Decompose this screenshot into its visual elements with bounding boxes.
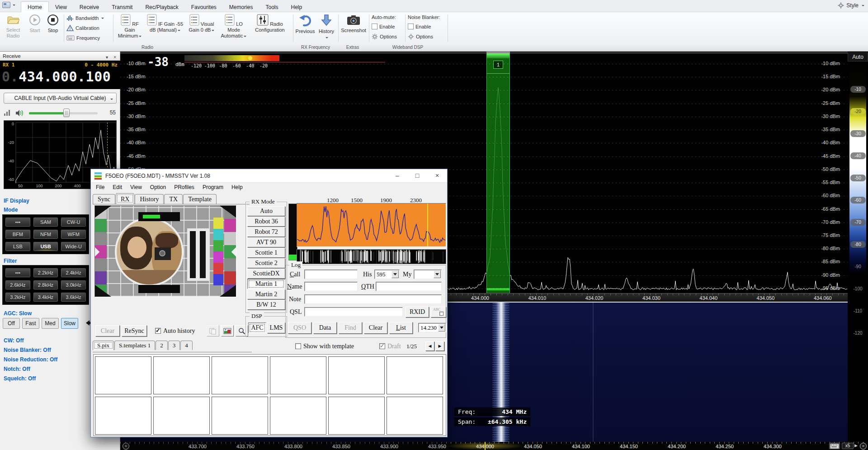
dropdown-button[interactable] <box>392 270 399 278</box>
dsp-lms[interactable]: LMS <box>267 322 285 333</box>
calibration-button[interactable]: Calibration <box>66 24 99 33</box>
legend-auto-button[interactable]: Auto <box>848 52 868 62</box>
rx-mode-martin-1[interactable]: Martin 1 <box>247 279 285 289</box>
audio-device-dropdown[interactable]: CABLE Input (VB-Audio Virtual Cable) <box>4 93 117 104</box>
mmsstv-tab-tx[interactable]: TX <box>164 194 183 204</box>
style-button[interactable]: Style <box>846 2 859 9</box>
name-input[interactable] <box>304 282 358 291</box>
call-input[interactable] <box>304 270 358 279</box>
legend-gradient[interactable] <box>849 62 866 441</box>
ribbon-tab-view[interactable]: View <box>49 2 73 12</box>
rxid-button[interactable]: RXID <box>406 307 429 317</box>
menu-program[interactable]: Program <box>198 183 227 192</box>
start-button[interactable]: Start <box>26 13 43 43</box>
filter-button-2-8khz[interactable]: 2.8kHz <box>33 280 59 290</box>
speaker-icon[interactable] <box>15 109 24 118</box>
log-button-data[interactable]: Data <box>313 322 337 334</box>
previous-button[interactable]: Previous <box>295 13 316 43</box>
rx-mode-auto[interactable]: Auto <box>247 206 285 216</box>
lo-mode-button[interactable]: LO Mode Automatic <box>218 13 249 42</box>
if-gain-button[interactable]: IF Gain -55 dB (Manual) <box>145 13 185 42</box>
template-thumbnail-cell[interactable] <box>212 397 268 435</box>
mmsstv-window[interactable]: F5OEO (F5OEO.MDT) - MMSSTV Ver 1.08 – □ … <box>90 169 448 437</box>
noise-blanker-enable-checkbox[interactable]: Enable <box>408 24 431 29</box>
log-button-qso[interactable]: QSO <box>288 322 311 334</box>
navbar-freq-434-300[interactable]: 434.300 <box>764 444 782 449</box>
frequency-navigation-bar[interactable]: 433.700433.750433.800433.850433.900433.9… <box>120 442 868 450</box>
rx-mode-scottiedx[interactable]: ScottieDX <box>247 269 285 279</box>
mode-button-wfm[interactable]: WFM <box>61 229 86 239</box>
radio-configuration-button[interactable]: Radio Configuration <box>250 13 290 42</box>
ribbon-tab-rec-playback[interactable]: Rec/Playback <box>139 2 184 12</box>
agc-button-off[interactable]: Off <box>3 318 20 329</box>
dsp-afc[interactable]: AFC <box>248 322 266 333</box>
keyboard-entry-button[interactable] <box>829 443 840 449</box>
resync-button[interactable]: ReSync <box>122 325 147 336</box>
maximize-button[interactable]: □ <box>407 169 427 183</box>
copy-button[interactable] <box>207 325 219 336</box>
picture-button[interactable] <box>221 325 234 336</box>
ribbon-tab-help[interactable]: Help <box>285 2 309 12</box>
template-thumbnail-cell[interactable] <box>328 356 385 394</box>
log-button-list[interactable]: List <box>389 322 413 334</box>
note-input[interactable] <box>304 294 442 304</box>
close-button[interactable]: × <box>427 169 447 183</box>
tuned-frequency[interactable]: 0.434.000.100 <box>2 69 111 85</box>
template-thumbnail-cell[interactable] <box>387 356 443 394</box>
ribbon-tab-memories[interactable]: Memories <box>223 2 259 12</box>
screenshot-button[interactable]: Screenshot <box>340 13 367 43</box>
mode-button-lsb[interactable]: LSB <box>5 242 31 251</box>
frequency-button[interactable]: Frequency <box>66 33 100 43</box>
template-thumbnail-cell[interactable] <box>95 397 151 435</box>
rx-mode-scottie-1[interactable]: Scottie 1 <box>247 248 285 258</box>
filter-button-3-2khz[interactable]: 3.2kHz <box>5 292 31 302</box>
menu-help[interactable]: Help <box>227 183 247 192</box>
filter-button-2-4khz[interactable]: 2.4kHz <box>61 268 86 278</box>
rx-channel-band[interactable]: 1 <box>486 53 510 293</box>
zoom-step-button[interactable]: ▶ <box>854 443 858 448</box>
rx-mode-b-w-12[interactable]: B/W 12 <box>247 300 285 310</box>
navbar-freq-434-150[interactable]: 434.150 <box>620 444 638 449</box>
template-thumbnail-cell[interactable] <box>270 397 326 435</box>
auto-mute-enable-checkbox[interactable]: Enable <box>372 24 395 29</box>
window-title-bar[interactable]: F5OEO (F5OEO.MDT) - MMSSTV Ver 1.08 – □ … <box>91 169 447 183</box>
navbar-freq-434-000[interactable]: 434.000 <box>476 444 494 449</box>
auto-history-checkbox[interactable] <box>155 328 161 334</box>
his-report-dropdown[interactable]: 595 <box>374 270 400 279</box>
previous-page-button[interactable]: ◀ <box>425 341 434 351</box>
clear-button[interactable]: Clear <box>95 325 120 336</box>
bandwidth-button[interactable]: Bandwidth <box>66 14 104 23</box>
rx-mode-robot-72[interactable]: Robot 72 <box>247 227 285 237</box>
mmsstv-tab-history[interactable]: History <box>135 194 164 204</box>
filter-button-2-6khz[interactable]: 2.6kHz <box>5 280 31 290</box>
ribbon-tab-tools[interactable]: Tools <box>259 2 285 12</box>
draft-checkbox[interactable] <box>379 343 385 349</box>
template-thumbnail-cell[interactable] <box>387 397 443 435</box>
qth-input[interactable] <box>376 282 442 291</box>
abc-button[interactable]: ABC <box>431 307 446 317</box>
navbar-freq-433-950[interactable]: 433.950 <box>428 444 446 449</box>
if-display-label[interactable]: IF Display <box>4 198 29 204</box>
history-button[interactable]: History <box>316 13 336 43</box>
mmsstv-tab-rx[interactable]: RX <box>116 193 134 204</box>
scroll-right-button[interactable]: » <box>860 443 867 450</box>
pictures-tab-4[interactable]: 4 <box>180 341 193 350</box>
mmsstv-tab-template[interactable]: Template <box>183 194 217 204</box>
zoom-button[interactable]: x5 <box>842 443 854 449</box>
navbar-freq-433-800[interactable]: 433.800 <box>284 444 302 449</box>
menu-file[interactable]: File <box>92 183 108 192</box>
ribbon-tab-transmit[interactable]: Transmit <box>105 2 139 12</box>
filter-button-3-6khz[interactable]: 3.6kHz <box>61 292 86 302</box>
menu-option[interactable]: Option <box>146 183 170 192</box>
visual-gain-button[interactable]: Visual Gain 0 dB <box>186 13 217 42</box>
template-thumbnail-cell[interactable] <box>153 397 210 435</box>
rx-mode-martin-2[interactable]: Martin 2 <box>247 289 285 299</box>
log-button-find[interactable]: Find <box>339 322 362 334</box>
template-thumbnail-cell[interactable] <box>153 356 210 394</box>
menu-profiles[interactable]: PRofiles <box>170 183 198 192</box>
template-thumbnail-cell[interactable] <box>328 397 385 435</box>
filter-button-3-0khz[interactable]: 3.0kHz <box>61 280 86 290</box>
mode-button-nfm[interactable]: NFM <box>33 229 59 239</box>
agc-button-med[interactable]: Med <box>42 318 59 329</box>
rx-mode-robot-36[interactable]: Robot 36 <box>247 217 285 227</box>
